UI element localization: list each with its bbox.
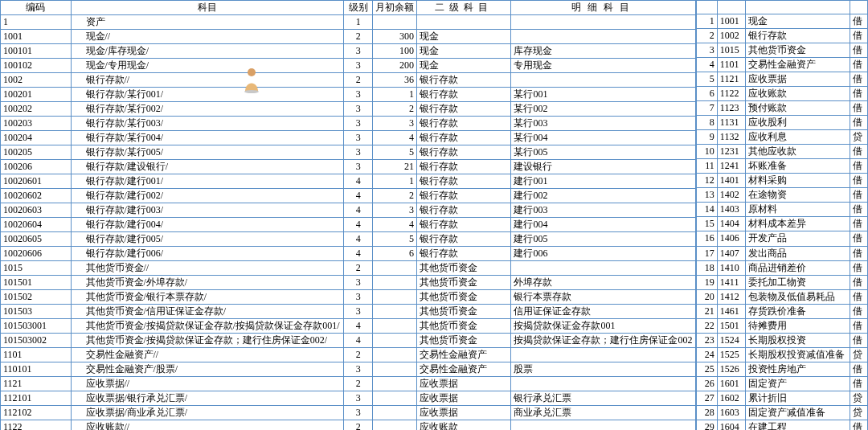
cell: 建行006	[511, 247, 696, 261]
cell: 4	[344, 174, 373, 189]
table-row[interactable]: 101503002其他货币资金/按揭贷款保证金存款；建行住房保证金002/4其他…	[1, 334, 696, 348]
cell: 建行003	[511, 203, 696, 218]
table-row[interactable]: 100203银行存款/某行003/33银行存款某行003	[1, 117, 696, 131]
table-row[interactable]: 110101交易性金融资产/股票/3交易性金融资产股票	[1, 362, 696, 377]
table-row[interactable]: 1121应收票据//2应收票据	[1, 377, 696, 391]
cell: 累计折旧	[746, 391, 850, 405]
table-row[interactable]: 121401材料采购借	[697, 174, 868, 188]
cell: 应收票据	[416, 377, 511, 391]
cell: 100204	[1, 131, 72, 145]
cell: 委托加工物资	[746, 275, 850, 289]
table-row[interactable]: 100202银行存款/某行002/32银行存款某行002	[1, 102, 696, 117]
table-row[interactable]: 51121应收票据借	[697, 72, 868, 87]
cell: 应收利息	[746, 130, 850, 145]
cell: 100101	[1, 44, 72, 59]
table-row[interactable]: 271602累计折旧贷	[697, 391, 868, 405]
table-row[interactable]: 10020606银行存款/建行006/46银行存款建行006	[1, 247, 696, 261]
table-row[interactable]: 21002银行存款借	[697, 29, 868, 43]
cell: 应收账款	[746, 87, 850, 101]
table-row[interactable]: 101503001其他货币资金/按揭贷款保证金存款/按揭贷款保证金存款001/4…	[1, 319, 696, 334]
cell: 按揭贷款保证金存款001	[511, 319, 696, 334]
cell: 应收票据/商业承兑汇票/	[71, 406, 344, 420]
cell: 3	[344, 160, 373, 174]
table-row[interactable]: 112101应收票据/银行承兑汇票/3应收票据银行承兑汇票	[1, 391, 696, 406]
table-row[interactable]: 251526投资性房地产借	[697, 362, 868, 376]
table-row[interactable]: 10020601银行存款/建行001/41银行存款建行001	[1, 174, 696, 189]
table-row[interactable]: 100101现金/库存现金/3100现金库存现金	[1, 44, 696, 59]
table-row[interactable]: 81131应收股利借	[697, 116, 868, 130]
left-header-row: 编码 科目 级别 月初余额 二级科目 明细科目	[1, 1, 696, 15]
cell: 交易性金融资产	[746, 58, 850, 72]
table-row[interactable]: 100102现金/专用现金/3200现金专用现金	[1, 59, 696, 73]
cell: 3	[344, 305, 373, 319]
table-row[interactable]: 100204银行存款/某行004/34银行存款某行004	[1, 131, 696, 145]
table-row[interactable]: 281603固定资产减值准备贷	[697, 405, 868, 420]
table-row[interactable]: 1001现金//2300现金	[1, 30, 696, 44]
table-row[interactable]: 131402在途物资借	[697, 188, 868, 203]
cell: 某行004	[511, 131, 696, 145]
table-row[interactable]: 221501待摊费用借	[697, 318, 868, 333]
table-row[interactable]: 10020602银行存款/建行002/42银行存款建行002	[1, 189, 696, 203]
cell: 1501	[717, 318, 746, 333]
table-row[interactable]: 161406开发产品借	[697, 231, 868, 246]
table-row[interactable]: 10020604银行存款/建行004/44银行存款建行004	[1, 218, 696, 232]
table-row[interactable]: 91132应收利息贷	[697, 130, 868, 145]
cell: 10020606	[1, 247, 72, 261]
cell: 101502	[1, 290, 72, 305]
cell: 1602	[717, 391, 746, 405]
table-row[interactable]: 111241坏账准备借	[697, 159, 868, 174]
table-row[interactable]: 100201银行存款/某行001/31银行存款某行001	[1, 88, 696, 102]
cell: 2	[344, 377, 373, 391]
table-row[interactable]: 241525长期股权投资减值准备贷	[697, 347, 868, 362]
table-row[interactable]: 1122应收账款//2应收账款	[1, 420, 696, 431]
hdr-code: 编码	[1, 1, 72, 15]
table-row[interactable]: 201412包装物及低值易耗品借	[697, 289, 868, 304]
table-row[interactable]: 171407发出商品借	[697, 246, 868, 260]
cell: 在建工程	[746, 420, 850, 430]
rh-2	[717, 1, 746, 14]
table-row[interactable]: 71123预付账款借	[697, 101, 868, 116]
table-row[interactable]: 1资产1	[1, 15, 696, 30]
cell: 4	[344, 203, 373, 218]
table-row[interactable]: 100205银行存款/某行005/35银行存款某行005	[1, 145, 696, 160]
table-row[interactable]: 10020603银行存款/建行003/43银行存款建行003	[1, 203, 696, 218]
table-row[interactable]: 10020605银行存款/建行005/45银行存款建行005	[1, 232, 696, 247]
table-row[interactable]: 211461存货跌价准备借	[697, 304, 868, 318]
table-row[interactable]: 261601固定资产借	[697, 376, 868, 391]
table-row[interactable]: 31015其他货币资金借	[697, 43, 868, 58]
table-row[interactable]: 101502其他货币资金/银行本票存款/3其他货币资金银行本票存款	[1, 290, 696, 305]
table-row[interactable]: 11001现金借	[697, 14, 868, 29]
cell: 1412	[717, 289, 746, 304]
table-row[interactable]: 191411委托加工物资借	[697, 275, 868, 289]
table-row[interactable]: 41101交易性金融资产借	[697, 58, 868, 72]
table-row[interactable]: 101231其他应收款借	[697, 145, 868, 159]
cell: 3	[344, 406, 373, 420]
cell: 银行存款/建行003/	[71, 203, 344, 218]
cell	[372, 362, 416, 377]
cell: 银行存款/某行003/	[71, 117, 344, 131]
table-row[interactable]: 151404材料成本差异借	[697, 217, 868, 231]
cell: 原材料	[746, 203, 850, 217]
table-row[interactable]: 291604在建工程借	[697, 420, 868, 430]
table-row[interactable]: 141403原材料借	[697, 203, 868, 217]
table-row[interactable]: 101501其他货币资金/外埠存款/3其他货币资金外埠存款	[1, 276, 696, 290]
cell: 借	[850, 260, 868, 275]
table-row[interactable]: 1002银行存款//236银行存款	[1, 73, 696, 88]
table-row[interactable]: 101503其他货币资金/信用证保证金存款/3其他货币资金信用证保证金存款	[1, 305, 696, 319]
cell: 3	[372, 117, 416, 131]
table-row[interactable]: 1015其他货币资金//2其他货币资金	[1, 261, 696, 276]
table-row[interactable]: 61122应收账款借	[697, 87, 868, 101]
cell: 1	[344, 15, 373, 30]
cell: 银行存款	[416, 218, 511, 232]
table-row[interactable]: 112102应收票据/商业承兑汇票/3应收票据商业承兑汇票	[1, 406, 696, 420]
cell: 长期股权投资	[746, 333, 850, 347]
cell: 预付账款	[746, 101, 850, 116]
cell: 银行存款/建行002/	[71, 189, 344, 203]
table-row[interactable]: 181410商品进销差价借	[697, 260, 868, 275]
cell: 1002	[717, 29, 746, 43]
table-row[interactable]: 231524长期股权投资借	[697, 333, 868, 347]
table-row[interactable]: 100206银行存款/建设银行/321银行存款建设银行	[1, 160, 696, 174]
table-row[interactable]: 1101交易性金融资产//2交易性金融资产	[1, 348, 696, 362]
cell: 长期股权投资减值准备	[746, 347, 850, 362]
cell: 银行存款/建行006/	[71, 247, 344, 261]
